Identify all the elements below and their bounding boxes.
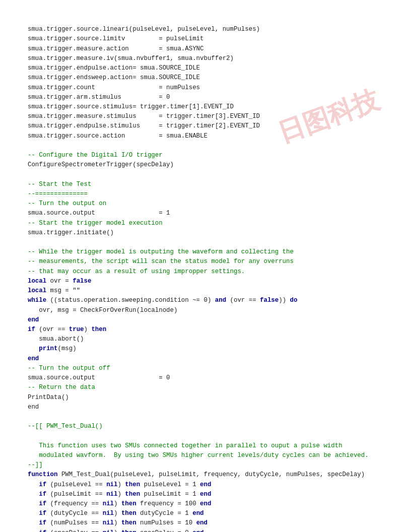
page: 日图科技 smua.trigger.source.lineari(pulseLe…: [0, 0, 411, 532]
code-content: smua.trigger.source.lineari(pulseLevel, …: [28, 15, 383, 532]
